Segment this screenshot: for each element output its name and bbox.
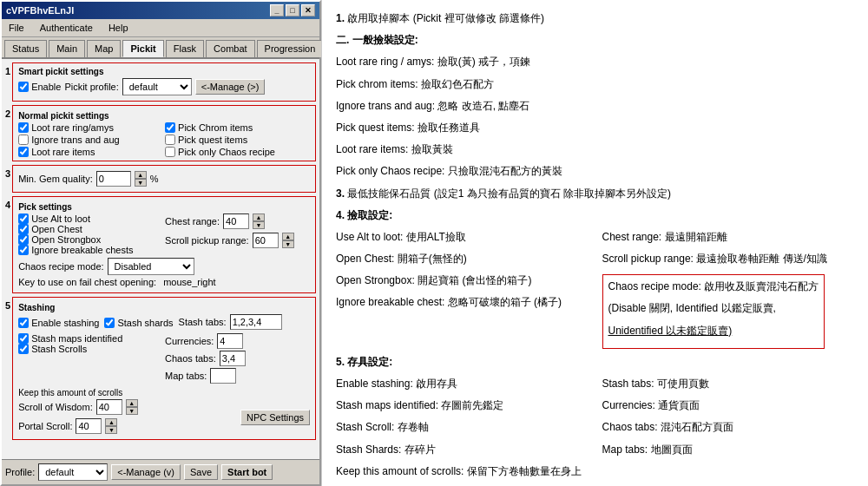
window-title: cVPFBhvELnJI xyxy=(6,5,74,16)
map-tabs-input[interactable] xyxy=(210,368,236,384)
close-button[interactable]: ✕ xyxy=(301,4,315,16)
chaos-mode-select[interactable]: Disabled Identified Unidentified xyxy=(108,258,194,275)
stashing-section: Stashing Enable stashing Stash shards St… xyxy=(12,297,316,440)
instruction-ignore-trans: Ignore trans and aug: 忽略 改造石, 點塵石 xyxy=(336,98,854,115)
npc-settings-button[interactable]: NPC Settings xyxy=(240,410,310,425)
instruction-5-right: Stash tabs: 可使用頁數 Currencies: 通貨頁面 Chaos… xyxy=(602,376,855,486)
tab-status[interactable]: Status xyxy=(4,40,47,57)
minimize-button[interactable]: _ xyxy=(270,4,284,16)
stash-scrolls-checkbox[interactable]: Stash Scrolls xyxy=(18,344,163,354)
min-gem-unit: % xyxy=(150,174,159,184)
map-tabs-desc: Map tabs: 地圖頁面 xyxy=(602,442,855,458)
fail-label: Key to use on fail chest opening: xyxy=(18,277,156,287)
tab-main[interactable]: Main xyxy=(49,40,85,57)
pickit-profile-select[interactable]: default xyxy=(122,78,192,95)
ignore-trans-checkbox[interactable]: Ignore trans and aug xyxy=(18,135,163,145)
min-gem-spinner[interactable]: ▲ ▼ xyxy=(135,171,147,187)
chest-range-input[interactable] xyxy=(223,213,249,229)
pick-settings-section: Pick settings Use Alt to loot Open Chest xyxy=(12,196,316,293)
scroll-range-desc: Scroll pickup range: 最遠撿取卷軸距離 傳送/知識 xyxy=(602,251,855,267)
enable-stashing-checkbox[interactable]: Enable stashing xyxy=(18,318,99,328)
menu-bar: File Authenticate Help xyxy=(2,19,319,37)
pick-quest-checkbox[interactable]: Pick quest items xyxy=(165,135,310,145)
tab-flask[interactable]: Flask xyxy=(166,40,204,57)
maximize-button[interactable]: □ xyxy=(286,4,299,16)
manage-profile-button[interactable]: <-Manage (v) xyxy=(111,464,181,480)
instruction-chaos: Pick only Chaos recipe: 只撿取混沌石配方的黃裝 xyxy=(336,163,854,180)
chaos-only-checkbox[interactable]: Pick only Chaos recipe xyxy=(165,147,310,157)
wisdom-spinner[interactable]: ▲ ▼ xyxy=(126,399,138,415)
manage-button[interactable]: <-Manage (>) xyxy=(195,79,266,95)
chest-range-spinner[interactable]: ▲ ▼ xyxy=(253,213,265,229)
instruction-4-right: Chest range: 最遠開箱距離 Scroll pickup range:… xyxy=(602,229,855,349)
stash-scroll-desc: Stash Scroll: 存卷軸 xyxy=(336,419,589,436)
loot-rare-ring-checkbox[interactable]: Loot rare ring/amys xyxy=(18,122,163,133)
stash-tabs-input[interactable] xyxy=(230,314,282,330)
stash-maps-checkbox[interactable]: Stash maps identified xyxy=(18,333,163,344)
tab-map[interactable]: Map xyxy=(87,40,121,57)
menu-help[interactable]: Help xyxy=(105,21,132,35)
instruction-3: 3. 最低技能保石品質 (設定1 為只撿有品質的寶石 除非取掉腳本另外設定) xyxy=(336,186,854,202)
min-gem-down[interactable]: ▼ xyxy=(135,179,147,187)
menu-authenticate[interactable]: Authenticate xyxy=(36,21,96,35)
tab-pickit[interactable]: Pickit xyxy=(122,40,163,57)
menu-file[interactable]: File xyxy=(5,21,28,35)
scroll-range-input[interactable] xyxy=(253,233,279,248)
use-alt-checkbox[interactable]: Use Alt to loot xyxy=(18,213,163,224)
instructions-panel: 1. 啟用取掉腳本 (Pickit 裡可做修改 篩選條件) 二. 一般撿裝設定:… xyxy=(321,0,868,486)
open-chest-desc: Open Chest: 開箱子(無怪的) xyxy=(336,251,589,267)
instruction-5-left: Enable stashing: 啟用存具 Stash maps identif… xyxy=(336,376,589,486)
stash-shards-checkbox[interactable]: Stash shards xyxy=(104,318,173,328)
enable-label: Enable xyxy=(31,82,61,92)
main-content: 1 Smart pickit settings Enable Pickit pr… xyxy=(2,59,319,459)
start-bot-button[interactable]: Start bot xyxy=(221,464,273,480)
open-strongbox-checkbox[interactable]: Open Strongbox xyxy=(18,234,163,245)
keep-scrolls-desc: Keep this amount of scrolls: 保留下方卷軸數量在身上 xyxy=(336,463,589,480)
stash-tabs-label: Stash tabs: xyxy=(179,317,227,327)
instruction-5-heading: 5. 存具設定: xyxy=(336,354,854,371)
stash-maps-desc: Stash maps identified: 存圖前先鑑定 xyxy=(336,397,589,414)
portal-spinner[interactable]: ▲ ▼ xyxy=(105,418,117,434)
profile-label: Pickit profile: xyxy=(64,82,118,92)
ignore-breakable-desc: Ignore breakable chest: 忽略可破壞的箱子 (橘子) xyxy=(336,294,589,311)
profile-select[interactable]: default xyxy=(38,463,108,481)
enable-smart-pickit-checkbox[interactable]: Enable xyxy=(18,82,61,92)
section3-number: 3 xyxy=(5,165,10,179)
use-alt-desc: Use Alt to loot: 使用ALT撿取 xyxy=(336,229,589,246)
chaos-tabs-label: Chaos tabs: xyxy=(165,353,216,364)
instruction-2-heading: 二. 一般撿裝設定: xyxy=(336,32,854,49)
min-gem-up[interactable]: ▲ xyxy=(135,171,147,179)
save-button[interactable]: Save xyxy=(184,464,218,480)
smart-pickit-section: Smart pickit settings Enable Pickit prof… xyxy=(12,62,316,102)
tab-progression[interactable]: Progression xyxy=(257,40,324,57)
normal-pickit-section: Normal pickit settings Loot rare ring/am… xyxy=(12,105,316,161)
chaos-tabs-desc: Chaos tabs: 混沌石配方頁面 xyxy=(602,419,855,436)
instruction-5-grid: Enable stashing: 啟用存具 Stash maps identif… xyxy=(336,376,854,486)
stashing-label: Stashing xyxy=(18,303,310,312)
instruction-1: 1. 啟用取掉腳本 (Pickit 裡可做修改 篩選條件) xyxy=(336,10,854,27)
instruction-loot-rare: Loot rare ring / amys: 撿取(黃) 戒子，項鍊 xyxy=(336,54,854,70)
section2-number: 2 xyxy=(5,105,10,119)
enable-smart-pickit-input[interactable] xyxy=(18,82,29,92)
ignore-breakable-checkbox[interactable]: Ignore breakable chests xyxy=(18,245,163,255)
section4-number: 4 xyxy=(5,196,10,210)
title-bar-buttons: _ □ ✕ xyxy=(270,4,315,16)
wisdom-input[interactable] xyxy=(96,399,122,415)
chaos-tabs-input[interactable] xyxy=(220,351,246,366)
chaos-mode-label: Chaos recipe mode: xyxy=(18,261,103,272)
min-gem-input[interactable] xyxy=(96,171,131,187)
pick-chrom-checkbox[interactable]: Pick Chrom items xyxy=(165,122,310,133)
bottom-bar: Profile: default <-Manage (v) Save Start… xyxy=(2,459,319,484)
currencies-input[interactable] xyxy=(217,333,243,349)
chest-range-label: Chest range: xyxy=(165,216,220,227)
instruction-4-heading: 4. 撿取設定: xyxy=(336,207,854,224)
open-chest-checkbox[interactable]: Open Chest xyxy=(18,224,163,234)
pick-settings-label: Pick settings xyxy=(18,202,310,212)
portal-input[interactable] xyxy=(76,418,102,434)
loot-rare-items-checkbox[interactable]: Loot rare items xyxy=(18,147,163,157)
map-tabs-label: Map tabs: xyxy=(165,371,207,381)
scroll-range-spinner[interactable]: ▲ ▼ xyxy=(282,233,294,248)
stash-tabs-desc: Stash tabs: 可使用頁數 xyxy=(602,376,855,392)
instruction-loot-rare-items: Loot rare items: 撿取黃裝 xyxy=(336,141,854,158)
tab-combat[interactable]: Combat xyxy=(206,40,255,57)
